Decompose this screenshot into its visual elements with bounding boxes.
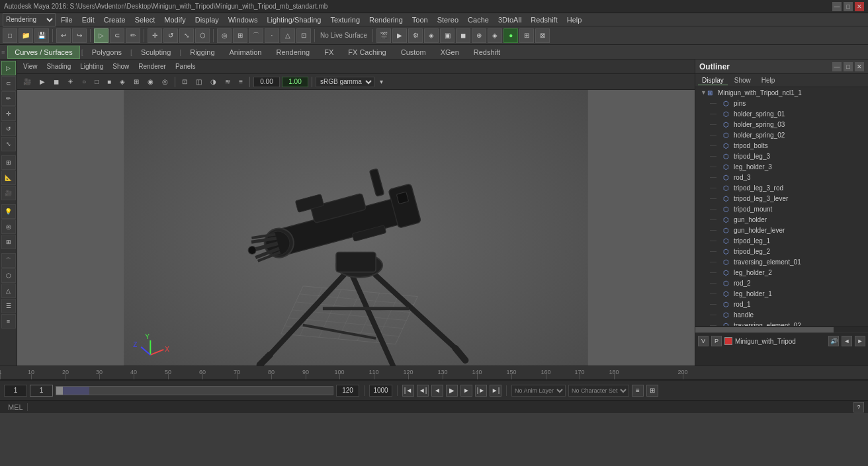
vp-btn-panels[interactable]: Panels [172, 62, 199, 71]
tb-lasso[interactable]: ⊂ [110, 28, 124, 43]
tl-extra-btn2[interactable]: ⊞ [646, 385, 658, 397]
tab-redshift[interactable]: Redshift [466, 46, 507, 59]
vp-btn-show[interactable]: Show [109, 62, 132, 71]
tree-item[interactable]: ⬡tripod_bolts [695, 140, 868, 151]
menu-help[interactable]: Help [563, 15, 586, 25]
menu-lighting-shading[interactable]: Lighting/Shading [263, 15, 325, 25]
range-end-input[interactable] [369, 385, 392, 397]
menu-3dtopall[interactable]: 3DtoAll [494, 15, 525, 25]
tree-item[interactable]: ⬡pins [695, 98, 868, 108]
vp-btn-shading[interactable]: Shading [44, 62, 75, 71]
tab-fx-caching[interactable]: FX Caching [341, 46, 393, 59]
vp-icon-smooth[interactable]: ◈ [116, 76, 128, 88]
tab-rendering[interactable]: Rendering [269, 46, 317, 59]
outliner-scrollbar-horizontal[interactable] [695, 326, 868, 332]
vp-gamma-input[interactable]: 1.00 [282, 77, 308, 87]
tb-soft[interactable]: ◎ [217, 28, 232, 43]
outliner-tab-show[interactable]: Show [730, 76, 755, 85]
tree-item[interactable]: ⬡leg_holder_2 [695, 267, 868, 278]
tb-universal[interactable]: ⬡ [195, 28, 210, 43]
tool-scale[interactable]: ⤡ [1, 137, 16, 151]
outliner-color-swatch[interactable] [724, 337, 732, 345]
tb-move[interactable]: ✛ [148, 28, 162, 43]
menu-modify[interactable]: Modify [160, 15, 189, 25]
tool-blend[interactable]: △ [1, 284, 16, 298]
vp-btn-renderer[interactable]: Renderer [135, 62, 169, 71]
vp-icon-light2[interactable]: ○ [79, 76, 89, 88]
tool-lasso[interactable]: ⊂ [1, 76, 16, 91]
outliner-scrollbar-thumb[interactable] [695, 327, 834, 332]
tool-light[interactable]: 💡 [1, 204, 16, 219]
tree-item[interactable]: ⬡rod_1 [695, 299, 868, 309]
close-button[interactable]: ✕ [855, 2, 864, 11]
tree-item[interactable]: ⬡traversing_element_02 [695, 320, 868, 326]
tree-item[interactable]: ▼⊞Minigun_with_Tripod_ncl1_1 [695, 87, 868, 98]
tree-item[interactable]: ⬡rod_3 [695, 172, 868, 182]
vp-icon-wire[interactable]: □ [91, 76, 102, 88]
tb-rs3[interactable]: ◼ [456, 28, 470, 43]
rendering-dropdown[interactable]: Rendering [3, 13, 56, 26]
outliner-next-btn[interactable]: ► [855, 336, 865, 346]
tb-render-settings[interactable]: ⚙ [408, 28, 423, 43]
tl-end-btn[interactable]: ►| [490, 385, 501, 397]
tb-select[interactable]: ▷ [94, 28, 108, 43]
outliner-mute-btn[interactable]: V [698, 336, 709, 346]
tb-render[interactable]: 🎬 [376, 28, 391, 43]
frame-end-input[interactable] [336, 385, 359, 397]
vp-gamma-select[interactable]: sRGB gamma [316, 77, 374, 87]
tb-snap-grid[interactable]: ⊞ [233, 28, 247, 43]
tab-rigging[interactable]: Rigging [183, 46, 222, 59]
range-thumb[interactable] [56, 387, 63, 395]
tb-rs2[interactable]: ▣ [440, 28, 455, 43]
vp-icon-isolate[interactable]: ⊡ [179, 76, 191, 88]
tool-measure[interactable]: 📐 [1, 171, 16, 185]
tree-item[interactable]: ⬡holder_spring_01 [695, 108, 868, 119]
character-set-select[interactable]: No Character Set [568, 385, 629, 397]
tree-item[interactable]: ⬡tripod_leg_2 [695, 246, 868, 256]
tab-sculpting[interactable]: Sculpting [134, 46, 178, 59]
tab-curves-surfaces[interactable]: Curves / Surfaces [7, 46, 79, 59]
menu-stereo[interactable]: Stereo [433, 15, 462, 25]
tree-item[interactable]: ⬡gun_holder_lever [695, 225, 868, 235]
outliner-audio-btn[interactable]: 🔊 [828, 336, 839, 346]
tab-animation[interactable]: Animation [222, 46, 269, 59]
tool-curves[interactable]: ⌒ [1, 253, 16, 268]
vp-btn-lighting[interactable]: Lighting [77, 62, 107, 71]
menu-texturing[interactable]: Texturing [326, 15, 364, 25]
vp-icon-render1[interactable]: ▶ [36, 76, 48, 88]
outliner-minimize-btn[interactable]: — [832, 62, 842, 71]
outliner-maximize-btn[interactable]: □ [844, 62, 853, 71]
tb-rotate[interactable]: ↺ [163, 28, 178, 43]
vp-btn-view[interactable]: View [20, 62, 41, 71]
menu-cache[interactable]: Cache [464, 15, 493, 25]
outliner-prev-btn[interactable]: ◄ [842, 336, 852, 346]
tree-item[interactable]: ⬡tripod_mount [695, 204, 868, 214]
vp-icon-solid[interactable]: ■ [104, 76, 114, 88]
tree-item[interactable]: ⬡holder_spring_03 [695, 119, 868, 130]
menu-select[interactable]: Select [131, 15, 159, 25]
tree-item[interactable]: ⬡holder_spring_02 [695, 130, 868, 140]
tab-fx[interactable]: FX [317, 46, 341, 59]
vp-icon-cam[interactable]: 🎥 [20, 76, 34, 88]
minimize-button[interactable]: — [832, 2, 842, 11]
tree-item[interactable]: ⬡leg_holder_1 [695, 288, 868, 299]
tool-camera[interactable]: 🎥 [1, 186, 16, 200]
outliner-pin-btn[interactable]: P [711, 336, 722, 346]
tb-snap-curve[interactable]: ⌒ [249, 28, 263, 43]
tb-open[interactable]: 📁 [19, 28, 33, 43]
tool-attr[interactable]: ≡ [1, 314, 16, 329]
vp-icon-render2[interactable]: ◼ [50, 76, 62, 88]
vp-icon-ao[interactable]: ◑ [207, 76, 220, 88]
tree-item[interactable]: ⬡handle [695, 309, 868, 320]
tool-grid[interactable]: ⊞ [1, 235, 16, 249]
tb-rs7[interactable]: ⊠ [535, 28, 550, 43]
menu-file[interactable]: File [57, 15, 77, 25]
maximize-button[interactable]: □ [844, 2, 853, 11]
tb-rs5[interactable]: ◈ [488, 28, 502, 43]
tb-rs6[interactable]: ⊞ [519, 28, 534, 43]
tool-move[interactable]: ✛ [1, 106, 16, 121]
outliner-tab-help[interactable]: Help [758, 76, 779, 85]
vp-gamma-arrow[interactable]: ▾ [376, 76, 386, 88]
vp-icon-fog[interactable]: ≡ [236, 76, 246, 88]
tool-rotate[interactable]: ↺ [1, 122, 16, 136]
